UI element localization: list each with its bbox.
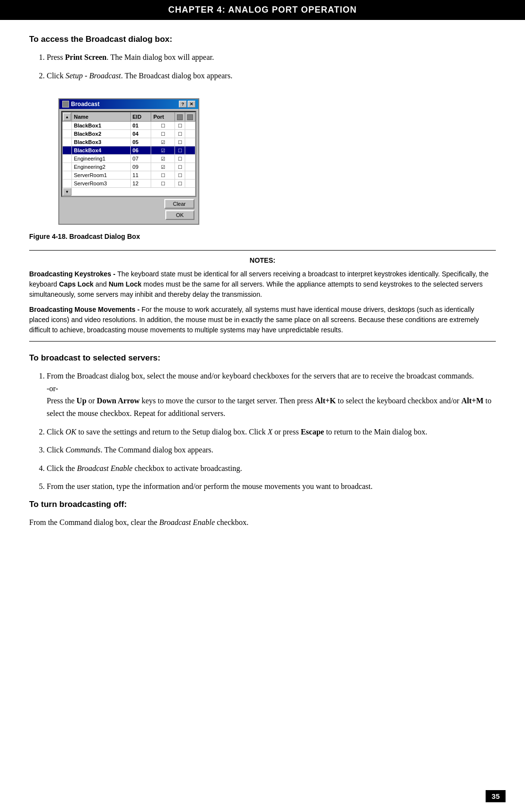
broadcast-enable-italic2: Broadcast Enable	[159, 518, 215, 526]
row-eid: 05	[130, 138, 151, 146]
help-button[interactable]: ?	[179, 101, 187, 108]
setup-broadcast-italic: Setup - Broadcast	[66, 72, 121, 80]
row-mouse-cb[interactable]: ☐	[175, 122, 185, 130]
section2-step1: From the Broadcast dialog box, select th…	[47, 370, 496, 419]
row-name[interactable]: BlackBox3	[72, 138, 131, 146]
step1-text: From the Broadcast dialog box, select th…	[47, 372, 474, 380]
section1-step2: Click Setup - Broadcast. The Broadcast d…	[47, 70, 496, 82]
row-blank	[63, 180, 72, 188]
row-kb-cb[interactable]: ☐	[151, 180, 175, 188]
table-footer-row: ▼	[63, 188, 195, 196]
row-mouse-cb[interactable]: ☐	[175, 180, 185, 188]
row-kb-cb[interactable]: ☐	[151, 130, 175, 138]
notes-para-1: Broadcasting Keystrokes - The keyboard s…	[29, 269, 496, 300]
caps-lock-bold: Caps Lock	[59, 280, 93, 288]
col-port: Port	[151, 112, 175, 122]
row-kb-cb[interactable]: ☐	[151, 171, 175, 180]
scroll-up-arrow[interactable]: ▲	[63, 113, 71, 121]
table-row: ServerRoom3 12 ☐ ☐	[63, 180, 195, 188]
table-row: Engineering1 07 ☑ ☐	[63, 155, 195, 163]
dialog-title: Broadcast	[71, 101, 100, 108]
down-arrow-bold: Down Arrow	[97, 397, 140, 405]
keyboard-icon	[177, 114, 183, 120]
dialog-table-wrapper: ▲ Name EID Port	[61, 111, 196, 197]
clear-button[interactable]: Clear	[164, 199, 194, 209]
table-scroll-area: ▲ Name EID Port	[61, 111, 196, 199]
row-eid: 06	[130, 146, 151, 155]
print-screen-bold: Print Screen	[65, 53, 106, 61]
row-blank	[63, 138, 72, 146]
notes-para-2: Broadcasting Mouse Movements - For the m…	[29, 305, 496, 335]
section2-step2: Click OK to save the settings and return…	[47, 426, 496, 438]
broadcast-dialog: Broadcast ? ✕	[58, 98, 199, 225]
section2-heading: To broadcast to selected servers:	[29, 353, 496, 363]
col-name: Name	[72, 112, 131, 122]
dialog-titlebar-left: Broadcast	[62, 101, 100, 108]
row-kb-cb[interactable]: ☑	[151, 146, 175, 155]
row-mouse-cb[interactable]: ☐	[175, 138, 185, 146]
row-name[interactable]: ServerRoom1	[72, 171, 131, 180]
section3-body: From the Command dialog box, clear the B…	[29, 516, 496, 529]
row-blank	[63, 171, 72, 180]
row-blank	[63, 130, 72, 138]
row-name[interactable]: BlackBox1	[72, 122, 131, 130]
dialog-buttons-area: Clear OK	[61, 199, 196, 222]
section2-step4: Click the Broadcast Enable checkbox to a…	[47, 462, 496, 475]
row-name[interactable]: Engineering1	[72, 155, 131, 163]
col-scroll-up[interactable]: ▲	[63, 112, 72, 122]
ok-italic: OK	[66, 428, 76, 436]
titlebar-buttons[interactable]: ? ✕	[179, 101, 195, 108]
dialog-titlebar: Broadcast ? ✕	[59, 99, 198, 109]
row-eid: 09	[130, 163, 151, 171]
row-name[interactable]: BlackBox4	[72, 146, 131, 155]
row-eid: 01	[130, 122, 151, 130]
scroll-down-arrow[interactable]: ▼	[63, 188, 71, 196]
dialog-app-icon	[62, 101, 69, 108]
x-italic: X	[268, 428, 273, 436]
row-kb-cb[interactable]: ☑	[151, 155, 175, 163]
dialog-body: ▲ Name EID Port	[59, 109, 198, 224]
row-eid: 07	[130, 155, 151, 163]
broadcast-enable-italic: Broadcast Enable	[77, 464, 133, 472]
notes-bold-2: Broadcasting Mouse Movements -	[29, 306, 141, 313]
row-blank	[63, 155, 72, 163]
section2-step5: From the user station, type the informat…	[47, 480, 496, 493]
row-name[interactable]: BlackBox2	[72, 130, 131, 138]
table-header-row: ▲ Name EID Port	[63, 112, 195, 122]
table-row: ServerRoom1 11 ☐ ☐	[63, 171, 195, 180]
row-mouse-cb[interactable]: ☐	[175, 155, 185, 163]
figure-caption: Figure 4-18. Broadcast Dialog Box	[29, 233, 496, 240]
mouse-icon	[187, 114, 193, 120]
up-key-bold: Up	[76, 397, 86, 405]
step1-extra: Press the Up or Down Arrow keys to move …	[47, 397, 491, 417]
alt-k-bold: Alt+K	[315, 397, 336, 405]
row-mouse-cb[interactable]: ☐	[175, 171, 185, 180]
section1-heading: To access the Broadcast dialog box:	[29, 35, 496, 44]
row-mouse-cb[interactable]: ☐	[175, 146, 185, 155]
notes-title: NOTES:	[29, 256, 496, 264]
col-kb-icon	[175, 112, 185, 122]
close-button[interactable]: ✕	[188, 101, 195, 108]
escape-bold: Escape	[301, 428, 324, 436]
or-line: -or-	[47, 384, 58, 393]
row-mouse-cb[interactable]: ☐	[175, 163, 185, 171]
row-kb-cb[interactable]: ☑	[151, 138, 175, 146]
table-row-selected: BlackBox4 06 ☑ ☐	[63, 146, 195, 155]
row-name[interactable]: ServerRoom3	[72, 180, 131, 188]
notes-box: NOTES: Broadcasting Keystrokes - The key…	[29, 250, 496, 342]
table-row: Engineering2 09 ☑ ☐	[63, 163, 195, 171]
row-eid: 11	[130, 171, 151, 180]
dialog-container: Broadcast ? ✕	[58, 98, 199, 225]
row-kb-cb[interactable]: ☑	[151, 163, 175, 171]
row-mouse-cb[interactable]: ☐	[175, 130, 185, 138]
ok-button[interactable]: OK	[165, 210, 194, 220]
section1-step1: Press Print Screen. The Main dialog box …	[47, 51, 496, 64]
row-blank	[63, 163, 72, 171]
table-row: BlackBox3 05 ☑ ☐	[63, 138, 195, 146]
row-blank	[63, 122, 72, 130]
row-name[interactable]: Engineering2	[72, 163, 131, 171]
section3-heading: To turn broadcasting off:	[29, 500, 496, 509]
row-eid: 12	[130, 180, 151, 188]
row-kb-cb[interactable]: ☐	[151, 122, 175, 130]
col-eid: EID	[130, 112, 151, 122]
